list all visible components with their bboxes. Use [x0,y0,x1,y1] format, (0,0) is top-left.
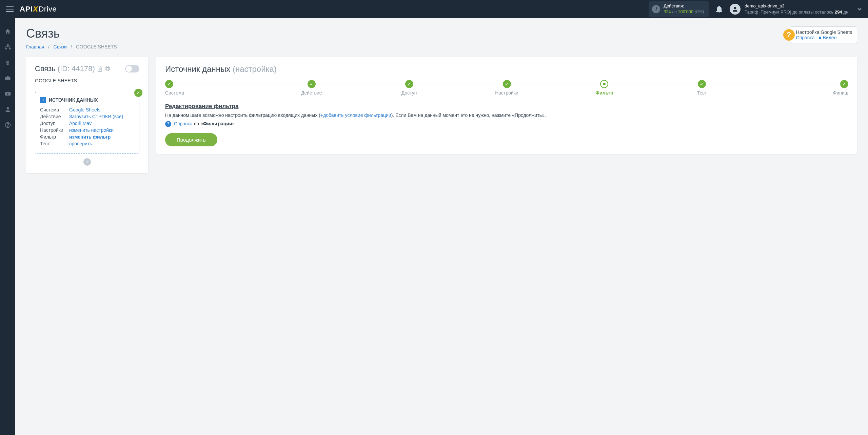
page-title: Связь [26,26,117,41]
stepper: ✓Система✓Действие✓Доступ✓НастройкиФильтр… [165,80,848,96]
help-card: ? Настройка Google Sheets Справка ■ Виде… [790,26,857,43]
help-icon[interactable] [4,121,12,129]
tariff: Тариф |Премиум PRO| до оплаты осталось 2… [745,9,848,15]
breadcrumb: Главная / Связи / GOOGLE SHEETS [26,44,117,49]
step-доступ[interactable]: ✓Доступ [360,80,458,96]
briefcase-icon[interactable] [4,75,12,82]
dollar-icon[interactable]: $ [4,59,12,66]
svg-rect-2 [5,48,6,49]
sitemap-icon[interactable] [4,43,12,51]
user-block[interactable]: demo_apix-drive_s3 Тариф |Премиум PRO| д… [745,3,848,15]
conn-title: Связь [35,64,56,73]
kv-link[interactable]: проверить [69,141,92,146]
main-heading: Источник данных (настройка) [165,64,848,74]
step-number-badge: 1 [40,97,46,103]
step-тест[interactable]: ✓Тест [653,80,751,96]
step-финиш[interactable]: ✓Финиш [751,80,848,96]
svg-rect-1 [7,44,8,46]
info-icon: i [652,5,660,13]
svg-text:$: $ [6,60,9,66]
kv-row: СистемаGoogle Sheets [40,107,134,112]
sidenav: $ [0,18,15,435]
crumb-links[interactable]: Связи [54,44,67,49]
panel-main: Источник данных (настройка) ✓Система✓Дей… [156,57,857,154]
enable-toggle[interactable] [125,65,139,72]
step-действие[interactable]: ✓Действие [263,80,360,96]
step-фильтр[interactable]: Фильтр [555,80,653,96]
kv-row: Фильтризменить фильтр [40,134,134,140]
svg-point-0 [734,7,736,9]
gear-icon[interactable] [104,66,111,72]
step-система[interactable]: ✓Система [165,80,263,96]
kv-link[interactable]: Andrii Mav [69,121,92,126]
user-icon[interactable] [4,106,12,113]
help-line: ? Справка по «Фильтрации» [165,121,848,127]
question-icon: ? [165,121,171,127]
actions-counter[interactable]: i Действия: 324 из 100'000 (0%) [649,1,709,17]
crumb-home[interactable]: Главная [26,44,44,49]
kv-link[interactable]: изменить настройки [69,127,114,133]
add-filter-link[interactable]: добавить условие фильтрации [323,112,391,118]
help-badge-icon[interactable]: ? [783,29,795,41]
kv-link[interactable]: Google Sheets [69,107,101,112]
kv-row: ДоступAndrii Mav [40,121,134,126]
conn-id: (ID: 44178) [58,64,95,73]
svg-point-6 [6,107,9,109]
kv-row: Тестпроверить [40,141,134,146]
kv-row: Настройкиизменить настройки [40,127,134,133]
video-icon[interactable] [4,90,12,98]
help-ref-inline[interactable]: Справка [174,121,193,126]
menu-icon[interactable] [6,6,14,12]
actions-label: Действия: [664,3,704,9]
add-button[interactable]: + [83,158,91,166]
kv-link[interactable]: Загрузить СТРОКИ (все) [69,114,123,119]
check-icon: ✓ [134,89,142,97]
home-icon[interactable] [4,28,12,35]
help-ref-link[interactable]: Справка [796,35,815,40]
topbar: APIXDrive i Действия: 324 из 100'000 (0%… [0,0,868,18]
conn-system: GOOGLE SHEETS [35,78,139,83]
kv-link[interactable]: изменить фильтр [69,134,111,140]
document-icon[interactable] [97,66,102,72]
crumb-current: GOOGLE SHEETS [76,44,117,49]
help-title: Настройка Google Sheets [796,29,852,35]
avatar[interactable] [730,4,741,15]
continue-button[interactable]: Продолжить [165,133,217,146]
source-heading: 1 ИСТОЧНИК ДАННЫХ [40,97,134,103]
svg-point-8 [7,126,8,127]
help-video-link[interactable]: Видео [823,35,837,40]
section-title: Редактирование фильтра [165,103,848,110]
chevron-down-icon[interactable] [857,7,862,12]
source-box: ✓ 1 ИСТОЧНИК ДАННЫХ СистемаGoogle Sheets… [35,92,139,153]
username: demo_apix-drive_s3 [745,3,848,9]
kv-row: ДействиеЗагрузить СТРОКИ (все) [40,114,134,119]
panel-connection: Связь (ID: 44178) GOOGLE SHEETS ✓ 1 ИСТО… [26,57,148,173]
logo[interactable]: APIXDrive [20,5,57,14]
step-настройки[interactable]: ✓Настройки [458,80,556,96]
section-desc: На данном шаге возможно настроить фильтр… [165,112,848,119]
svg-rect-3 [9,48,11,49]
bell-icon[interactable] [716,6,722,13]
